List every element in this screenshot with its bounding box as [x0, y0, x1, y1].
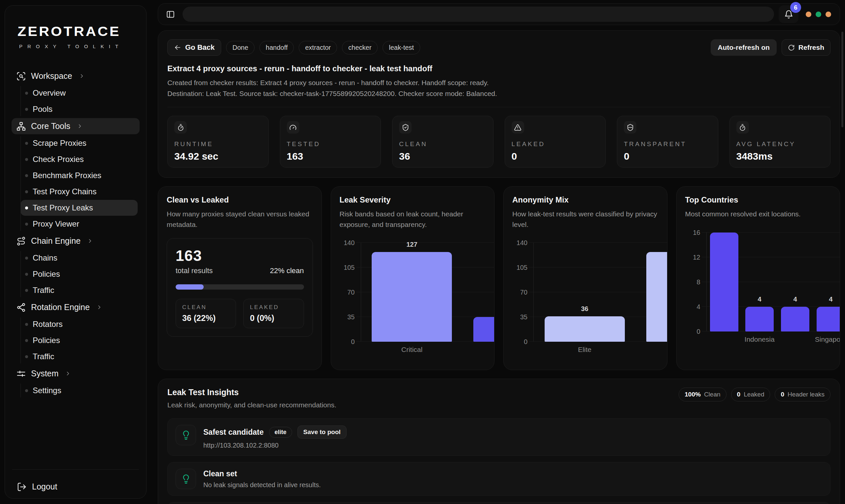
y-axis: 14010570350 [340, 243, 361, 342]
stat-card-transparent: TRANSPARENT0 [617, 116, 718, 167]
task-tag-leak-test: leak-test [383, 41, 420, 54]
sidebar-item-traffic[interactable]: Traffic [20, 282, 138, 298]
sidebar-item-label: Overview [33, 88, 66, 97]
badge-value: 100% [685, 391, 701, 398]
clean-vs-leaked-subtitle: How many proxies stayed clean versus lea… [167, 209, 313, 230]
sidebar-section-label: System [31, 369, 58, 378]
chart-card-top-countries: Top CountriesMost common resolved exit l… [676, 186, 840, 370]
y-tick-label: 8 [697, 278, 700, 286]
y-tick-label: 0 [524, 338, 527, 346]
y-tick-label: 16 [693, 229, 700, 236]
sidebar-subitems-rotation-engine: RotatorsPoliciesTraffic [20, 316, 142, 365]
x-axis: Critical [361, 342, 494, 354]
y-axis: 1612840 [685, 233, 706, 331]
total-results-label: total results [176, 267, 213, 275]
scrollbar-thumb[interactable] [841, 32, 843, 127]
sidebar-toggle-button[interactable] [163, 6, 178, 22]
stopwatch-icon [736, 121, 749, 133]
clean-vs-leaked-panel: 163 total results 22% clean CLEAN36 (22%… [167, 238, 313, 337]
chart-card-anonymity-mix: Anonymity MixHow leak-test results were … [504, 186, 667, 370]
notification-badge: 6 [790, 2, 801, 13]
auto-refresh-toggle[interactable]: Auto-refresh on [711, 39, 777, 56]
sidebar-item-label: Settings [33, 386, 61, 395]
insights-badge-leaked: 0Leaked [731, 388, 770, 401]
y-tick-label: 105 [344, 264, 354, 271]
insight-subtext: http://103.208.102.2:8080 [203, 442, 347, 449]
sidebar-item-label: Benchmark Proxies [33, 171, 101, 180]
sidebar-section-label: Workspace [31, 71, 72, 81]
stat-value: 0 [512, 151, 599, 162]
y-tick-label: 140 [344, 239, 354, 247]
y-tick-label: 12 [693, 253, 700, 261]
sidebar-item-label: Check Proxies [33, 155, 84, 164]
sidebar-section-system[interactable]: System [12, 365, 140, 382]
sidebar-item-proxy-viewer[interactable]: Proxy Viewer [20, 216, 138, 232]
sidebar-item-settings[interactable]: Settings [20, 383, 138, 398]
refresh-icon [788, 44, 795, 51]
y-tick-label: 35 [520, 313, 527, 321]
notifications-button[interactable]: 6 [779, 5, 798, 23]
mini-card-leaked: LEAKED0 (0%) [243, 299, 304, 328]
task-header-card: Go Back Donehandoffextractorcheckerleak-… [158, 30, 840, 178]
sidebar-item-label: Rotators [33, 320, 63, 329]
save-to-pool-button[interactable]: Save to pool [297, 426, 347, 439]
sidebar-item-scrape-proxies[interactable]: Scrape Proxies [20, 135, 138, 151]
sidebar-item-benchmark-proxies[interactable]: Benchmark Proxies [20, 167, 138, 183]
main-column: 6 Go Back Donehandoffextractorcheckerlea… [158, 3, 840, 504]
task-description: Created from checker results: Extract 4 … [168, 77, 830, 99]
x-axis: IndonesiaSingapore [706, 331, 840, 343]
status-dot-1 [806, 12, 811, 17]
sidebar-item-pools[interactable]: Pools [20, 101, 138, 117]
sidebar-item-policies[interactable]: Policies [20, 266, 138, 282]
sidebar-item-policies[interactable]: Policies [20, 332, 138, 348]
gauge-icon [287, 121, 299, 133]
brand-logo: ZEROTRACE [17, 24, 134, 39]
stat-label: RUNTIME [174, 141, 262, 148]
insights-badge-clean: 100%Clean [679, 388, 726, 401]
insights-rows: Safest candidateeliteSave to poolhttp://… [168, 418, 830, 504]
search-input[interactable] [182, 6, 774, 22]
stat-value: 0 [624, 151, 711, 162]
x-axis-label: Critical [401, 346, 423, 354]
bar-elite [545, 316, 625, 342]
sidebar-item-traffic[interactable]: Traffic [20, 349, 138, 364]
y-axis-line [361, 243, 361, 342]
sidebar-section-rotation-engine[interactable]: Rotation Engine [12, 299, 140, 315]
bullet-dot [25, 174, 28, 177]
mini-card-clean: CLEAN36 (22%) [176, 299, 236, 328]
refresh-button[interactable]: Refresh [781, 39, 830, 56]
stat-value: 3483ms [736, 151, 824, 162]
sidebar-item-check-proxies[interactable]: Check Proxies [20, 151, 138, 167]
topbar: 6 [158, 3, 840, 25]
stopwatch-icon [174, 121, 187, 133]
bar-top-countries-3 [781, 307, 809, 331]
alert-triangle-icon [512, 121, 524, 133]
bar-anonymity-mix-2 [646, 252, 667, 342]
sidebar-item-label: Policies [33, 269, 60, 279]
go-back-button[interactable]: Go Back [168, 39, 221, 56]
chart-subtitle: Risk bands based on leak count, header e… [340, 209, 486, 230]
sidebar-item-test-proxy-chains[interactable]: Test Proxy Chains [20, 184, 138, 200]
x-axis: Elite [533, 342, 667, 354]
bullet-dot [25, 339, 28, 342]
sidebar-item-overview[interactable]: Overview [20, 85, 138, 101]
panel-left-icon [166, 10, 175, 19]
insights-heading-block: Leak Test Insights Leak risk, anonymity,… [168, 388, 336, 409]
stat-card-avg-latency: AVG LATENCY3483ms [729, 116, 831, 167]
sidebar-item-chains[interactable]: Chains [20, 250, 138, 266]
bar-top-countries-1 [710, 233, 738, 331]
insight-title: Safest candidate [203, 428, 264, 437]
sidebar-subitems-chain-engine: ChainsPoliciesTraffic [20, 249, 142, 299]
sidebar-section-workspace[interactable]: Workspace [12, 68, 140, 84]
bullet-dot [25, 206, 28, 210]
sidebar-section-chain-engine[interactable]: Chain Engine [12, 233, 140, 249]
sidebar-item-test-proxy-leaks[interactable]: Test Proxy Leaks [20, 200, 138, 216]
x-axis-label: Elite [578, 346, 592, 354]
task-tags: Donehandoffextractorcheckerleak-test [226, 41, 420, 54]
stat-value: 34.92 sec [174, 151, 262, 162]
logout-button[interactable]: Logout [12, 469, 139, 498]
sidebar-item-rotators[interactable]: Rotators [20, 316, 138, 332]
insight-chip: elite [269, 427, 292, 438]
task-description-line1: Created from checker results: Extract 4 … [168, 77, 830, 88]
sidebar-section-core-tools[interactable]: Core Tools [12, 118, 140, 134]
